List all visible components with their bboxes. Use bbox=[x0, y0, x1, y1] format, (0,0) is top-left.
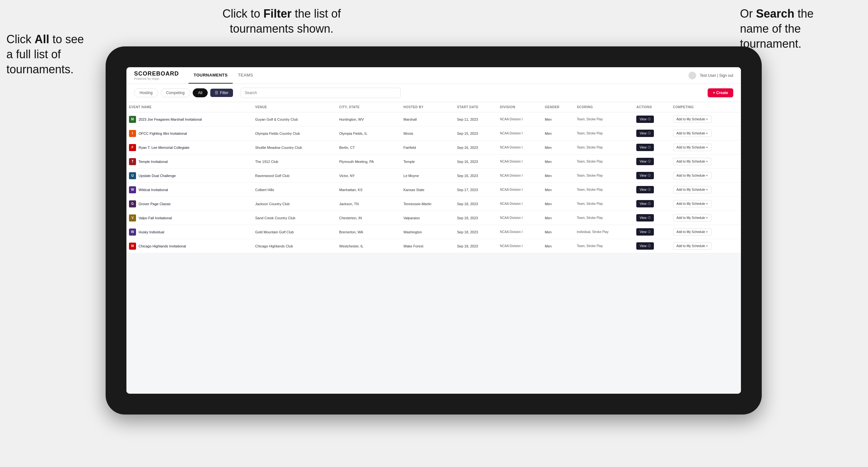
cell-gender-6: Men bbox=[542, 197, 574, 211]
filter-label: Filter bbox=[220, 91, 228, 95]
view-button-0[interactable]: View ⓘ bbox=[636, 116, 654, 123]
col-competing: COMPETING bbox=[671, 102, 741, 112]
cell-scoring-6: Team, Stroke Play bbox=[574, 197, 634, 211]
col-city-state: CITY, STATE bbox=[337, 102, 401, 112]
logo-text: SCOREBOARD bbox=[134, 70, 179, 77]
all-tab[interactable]: All bbox=[193, 88, 208, 97]
col-event-name: EVENT NAME bbox=[126, 102, 252, 112]
event-name-text-3: Temple Invitational bbox=[138, 160, 168, 163]
cell-venue-5: Colbert Hills bbox=[252, 183, 337, 197]
cell-scoring-3: Team, Stroke Play bbox=[574, 155, 634, 169]
cell-actions-7: View ⓘ bbox=[634, 211, 670, 225]
cell-actions-5: View ⓘ bbox=[634, 183, 670, 197]
event-name-text-6: Grover Page Classic bbox=[138, 202, 171, 206]
tablet-screen: SCOREBOARD Powered by clippi TOURNAMENTS… bbox=[126, 67, 741, 394]
team-logo-1: I bbox=[129, 130, 136, 137]
cell-venue-9: Chicago Highlands Club bbox=[252, 239, 337, 253]
add-schedule-button-1[interactable]: Add to My Schedule + bbox=[673, 130, 712, 137]
cell-division-2: NCAA Division I bbox=[497, 141, 542, 155]
cell-event-name-5: W Wildcat Invitational bbox=[126, 183, 252, 197]
hosting-tab[interactable]: Hosting bbox=[134, 88, 158, 97]
view-button-5[interactable]: View ⓘ bbox=[636, 186, 654, 193]
view-button-7[interactable]: View ⓘ bbox=[636, 214, 654, 221]
add-schedule-button-0[interactable]: Add to My Schedule + bbox=[673, 116, 712, 123]
col-actions: ACTIONS bbox=[634, 102, 670, 112]
annotation-top-center: Click to Filter the list oftournaments s… bbox=[186, 6, 378, 36]
event-name-text-9: Chicago Highlands Invitational bbox=[138, 244, 186, 248]
nav-tabs: TOURNAMENTS TEAMS bbox=[188, 67, 258, 84]
cell-actions-0: View ⓘ bbox=[634, 112, 670, 126]
cell-gender-3: Men bbox=[542, 155, 574, 169]
view-button-3[interactable]: View ⓘ bbox=[636, 158, 654, 165]
tablet-frame: SCOREBOARD Powered by clippi TOURNAMENTS… bbox=[105, 46, 762, 414]
cell-city-9: Westchester, IL bbox=[337, 239, 401, 253]
cell-event-name-9: W Chicago Highlands Invitational bbox=[126, 239, 252, 253]
table-body: M 2023 Joe Feaganes Marshall Invitationa… bbox=[126, 112, 741, 253]
add-schedule-button-4[interactable]: Add to My Schedule + bbox=[673, 172, 712, 179]
team-logo-9: W bbox=[129, 243, 136, 250]
view-button-1[interactable]: View ⓘ bbox=[636, 130, 654, 137]
table-row: T Temple Invitational The 1912 Club Plym… bbox=[126, 155, 741, 169]
cell-city-7: Chesterton, IN bbox=[337, 211, 401, 225]
cell-division-0: NCAA Division I bbox=[497, 112, 542, 126]
table-row: V Valpo Fall Invitational Sand Creek Cou… bbox=[126, 211, 741, 225]
table-row: U Upstate Dual Challenge Ravenwood Golf … bbox=[126, 169, 741, 183]
view-label-4: View bbox=[640, 174, 647, 177]
filter-button[interactable]: ☰ Filter bbox=[210, 89, 233, 97]
add-schedule-button-8[interactable]: Add to My Schedule + bbox=[673, 228, 712, 236]
logo-sub: Powered by clippi bbox=[134, 77, 179, 80]
cell-division-3: NCAA Division I bbox=[497, 155, 542, 169]
add-schedule-button-5[interactable]: Add to My Schedule + bbox=[673, 186, 712, 193]
cell-gender-9: Men bbox=[542, 239, 574, 253]
cell-date-2: Sep 16, 2023 bbox=[455, 141, 497, 155]
competing-tab[interactable]: Competing bbox=[161, 88, 190, 97]
team-logo-2: F bbox=[129, 144, 136, 151]
nav-tab-tournaments[interactable]: TOURNAMENTS bbox=[188, 67, 233, 84]
event-name-text-1: OFCC Fighting Illini Invitational bbox=[138, 131, 187, 135]
add-schedule-button-2[interactable]: Add to My Schedule + bbox=[673, 144, 712, 151]
cell-city-2: Berlin, CT bbox=[337, 141, 401, 155]
cell-division-8: NCAA Division I bbox=[497, 225, 542, 239]
view-label-9: View bbox=[640, 244, 647, 248]
add-schedule-button-3[interactable]: Add to My Schedule + bbox=[673, 158, 712, 165]
create-button[interactable]: + Create bbox=[708, 88, 733, 97]
add-schedule-button-7[interactable]: Add to My Schedule + bbox=[673, 214, 712, 221]
team-logo-7: V bbox=[129, 214, 136, 221]
view-icon-2: ⓘ bbox=[648, 145, 651, 150]
cell-hosted-7: Valparaiso bbox=[401, 211, 455, 225]
table-container: EVENT NAME VENUE CITY, STATE HOSTED BY S… bbox=[126, 102, 741, 394]
table-row: W Chicago Highlands Invitational Chicago… bbox=[126, 239, 741, 253]
cell-venue-6: Jackson Country Club bbox=[252, 197, 337, 211]
cell-division-5: NCAA Division I bbox=[497, 183, 542, 197]
cell-gender-4: Men bbox=[542, 169, 574, 183]
cell-competing-5: Add to My Schedule + bbox=[671, 183, 741, 197]
header-right: Test User | Sign out bbox=[688, 72, 734, 80]
team-logo-0: M bbox=[129, 116, 136, 123]
cell-event-name-1: I OFCC Fighting Illini Invitational bbox=[126, 126, 252, 141]
cell-competing-6: Add to My Schedule + bbox=[671, 197, 741, 211]
add-schedule-button-9[interactable]: Add to My Schedule + bbox=[673, 242, 712, 250]
cell-competing-3: Add to My Schedule + bbox=[671, 155, 741, 169]
add-schedule-button-6[interactable]: Add to My Schedule + bbox=[673, 200, 712, 208]
team-logo-6: G bbox=[129, 200, 136, 208]
cell-actions-2: View ⓘ bbox=[634, 141, 670, 155]
nav-tab-teams[interactable]: TEAMS bbox=[233, 67, 258, 84]
search-input[interactable] bbox=[241, 88, 401, 98]
annotation-left: Click All to seea full list oftournament… bbox=[6, 32, 96, 77]
view-button-6[interactable]: View ⓘ bbox=[636, 200, 654, 208]
cell-hosted-2: Fairfield bbox=[401, 141, 455, 155]
cell-venue-3: The 1912 Club bbox=[252, 155, 337, 169]
cell-venue-0: Guyan Golf & Country Club bbox=[252, 112, 337, 126]
view-icon-8: ⓘ bbox=[648, 230, 651, 234]
cell-gender-2: Men bbox=[542, 141, 574, 155]
view-button-9[interactable]: View ⓘ bbox=[636, 242, 654, 250]
cell-scoring-8: Individual, Stroke Play bbox=[574, 225, 634, 239]
cell-city-3: Plymouth Meeting, PA bbox=[337, 155, 401, 169]
view-button-8[interactable]: View ⓘ bbox=[636, 228, 654, 236]
view-button-4[interactable]: View ⓘ bbox=[636, 172, 654, 179]
cell-hosted-6: Tennessee-Martin bbox=[401, 197, 455, 211]
cell-event-name-4: U Upstate Dual Challenge bbox=[126, 169, 252, 183]
col-start-date: START DATE bbox=[455, 102, 497, 112]
view-button-2[interactable]: View ⓘ bbox=[636, 144, 654, 151]
cell-division-1: NCAA Division I bbox=[497, 126, 542, 141]
